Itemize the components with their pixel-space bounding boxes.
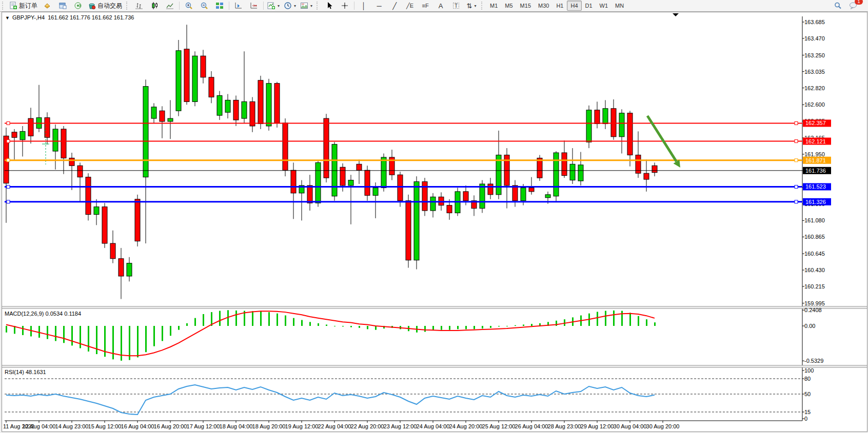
arrows-icon: ⇅: [467, 3, 472, 9]
search-button[interactable]: [830, 0, 845, 11]
hline-anchor-left[interactable]: [7, 185, 10, 188]
macd-histogram-bar: [186, 323, 188, 326]
price-tick-label: 160.645: [804, 251, 825, 257]
text-tool-button[interactable]: A: [433, 0, 448, 11]
templates-button[interactable]: ▾: [298, 0, 314, 11]
pane-separator[interactable]: [2, 306, 867, 308]
macd-histogram-bar: [260, 312, 262, 326]
autotrading-button[interactable]: 自动交易: [86, 0, 124, 11]
hline-anchor-right[interactable]: [795, 185, 798, 188]
chat-button[interactable]: 1: [845, 0, 861, 11]
channel-tool-button[interactable]: ╱E: [402, 0, 418, 11]
hline-anchor-left[interactable]: [7, 121, 10, 125]
timeframe-m30[interactable]: M30: [535, 1, 553, 11]
hline-anchor-left[interactable]: [7, 159, 10, 162]
price-tick-label: 161.080: [804, 217, 825, 223]
chart-canvas[interactable]: 163.685163.470163.250163.035162.820162.6…: [2, 12, 867, 431]
candle: [365, 170, 370, 195]
vline-tool-button[interactable]: │: [356, 0, 371, 11]
hline-anchor-right[interactable]: [795, 200, 798, 203]
tile-windows-button[interactable]: [212, 0, 227, 11]
hline-anchor-left[interactable]: [7, 200, 10, 203]
dropdown-caret-icon[interactable]: ▾: [278, 4, 280, 8]
price-tag-text: 161.871: [805, 157, 826, 163]
macd-histogram-bar: [129, 326, 130, 360]
candlestick-mode-button[interactable]: [147, 0, 162, 11]
timeframe-d1[interactable]: D1: [582, 1, 596, 11]
candle: [20, 131, 25, 139]
autoscroll-button[interactable]: [246, 0, 262, 11]
time-label: 24 Aug 20:00: [449, 423, 483, 429]
market-watch-icon: [58, 2, 67, 10]
chat-badge: 1: [855, 0, 863, 5]
candle: [135, 199, 140, 241]
candle: [644, 173, 649, 179]
dropdown-caret-icon[interactable]: ▾: [474, 4, 476, 8]
time-label: 22 Aug 20:00: [351, 423, 384, 429]
line-chart-icon: [166, 2, 174, 10]
new-order-button[interactable]: 新订单: [7, 0, 40, 11]
candle: [127, 263, 132, 276]
profiles-button[interactable]: [40, 0, 55, 11]
market-watch-button[interactable]: [55, 0, 70, 11]
candle: [545, 195, 550, 198]
candle: [595, 110, 600, 124]
candle: [184, 49, 189, 102]
macd-histogram-bar: [6, 326, 7, 333]
timeframe-w1[interactable]: W1: [596, 1, 612, 11]
zoom-in-button[interactable]: [181, 0, 196, 11]
timeframe-m5[interactable]: M5: [501, 1, 516, 11]
zoom-out-button[interactable]: [196, 0, 212, 11]
macd-histogram-bar: [252, 311, 253, 326]
shift-chart-button[interactable]: [231, 0, 246, 11]
price-tag-text: 161.326: [805, 199, 826, 205]
candle: [168, 118, 173, 121]
cursor-icon: [325, 2, 333, 10]
trendline-tool-button[interactable]: ╱: [387, 0, 402, 11]
candle: [521, 188, 526, 200]
macd-histogram-bar: [490, 326, 491, 328]
arrows-tool-button[interactable]: ⇅ ▾: [464, 0, 479, 11]
time-label: 23 Aug 12:00: [384, 423, 417, 429]
hline-anchor-left[interactable]: [7, 140, 10, 143]
one-click-caret-icon[interactable]: ▼: [5, 15, 10, 20]
rsi-value: 48.1631: [26, 369, 46, 375]
toolbar-separator: [179, 2, 180, 10]
time-label: 16 Aug 20:00: [154, 423, 187, 429]
macd-histogram-bar: [638, 316, 639, 326]
macd-histogram-bar: [531, 324, 532, 326]
hline-anchor-right[interactable]: [795, 121, 798, 125]
hline-anchor-right[interactable]: [795, 159, 798, 162]
fibonacci-tool-button[interactable]: ≡F: [418, 0, 433, 11]
line-chart-mode-button[interactable]: [162, 0, 177, 11]
timeframe-m15[interactable]: M15: [517, 1, 535, 11]
zoom-out-icon: [200, 2, 208, 10]
chart-window[interactable]: 163.685163.470163.250163.035162.820162.6…: [2, 12, 867, 432]
signals-button[interactable]: [70, 0, 86, 11]
macd-histogram-bar: [268, 312, 270, 326]
periods-button[interactable]: ▾: [282, 0, 298, 11]
candle: [201, 56, 206, 77]
candle: [348, 180, 353, 185]
chart-ohlc-quote: 161.662 161.776 161.662 161.736: [48, 14, 134, 20]
pane-separator[interactable]: [2, 365, 867, 367]
hline-anchor-right[interactable]: [795, 140, 798, 143]
cursor-tool-button[interactable]: [322, 0, 337, 11]
candle: [86, 177, 91, 215]
label-tool-button[interactable]: T: [448, 0, 464, 11]
crosshair-tool-button[interactable]: [337, 0, 352, 11]
timeframe-h4[interactable]: H4: [567, 1, 581, 11]
bar-chart-mode-button[interactable]: [131, 0, 147, 11]
toolbar-grip: [481, 2, 485, 10]
candle: [619, 113, 624, 137]
shift-marker-icon[interactable]: [673, 13, 679, 16]
timeframe-m1[interactable]: M1: [486, 1, 501, 11]
indicators-button[interactable]: ▾: [265, 0, 282, 11]
timeframe-mn[interactable]: MN: [611, 1, 627, 11]
dropdown-caret-icon[interactable]: ▾: [310, 4, 312, 8]
hline-tool-button[interactable]: ─: [371, 0, 387, 11]
timeframe-h1[interactable]: H1: [553, 1, 567, 11]
macd-histogram-bar: [564, 319, 565, 326]
dropdown-caret-icon[interactable]: ▾: [294, 4, 296, 8]
chart-plot-area[interactable]: [5, 16, 801, 306]
